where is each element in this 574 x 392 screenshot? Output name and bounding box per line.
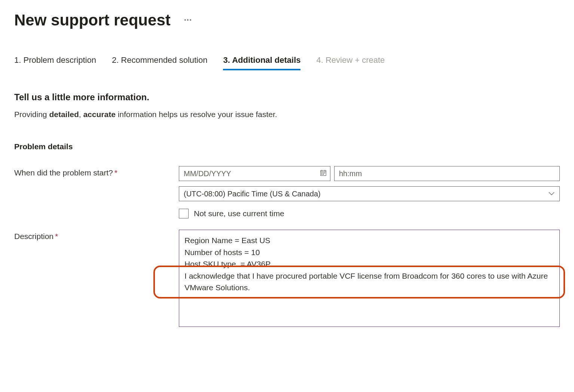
not-sure-label: Not sure, use current time [194,209,284,218]
wizard-tabs: 1. Problem description 2. Recommended so… [14,55,560,70]
tab-additional-details[interactable]: 3. Additional details [223,55,300,70]
timezone-select[interactable]: (UTC-08:00) Pacific Time (US & Canada) [179,186,560,201]
section-subtext: Providing detailed, accurate information… [14,110,560,119]
tab-review-create: 4. Review + create [316,55,385,70]
time-input[interactable] [334,166,560,181]
when-start-controls: (UTC-08:00) Pacific Time (US & Canada) N… [179,166,560,218]
description-label: Description* [14,230,179,241]
description-row: Description* Region Name = East US Numbe… [14,230,560,327]
date-time-row [179,166,560,181]
when-start-row: When did the problem start?* [14,166,560,218]
timezone-select-wrapper: (UTC-08:00) Pacific Time (US & Canada) [179,186,560,201]
subtext-bold2: accurate [83,110,115,119]
subtext-bold1: detailed [49,110,79,119]
not-sure-checkbox-row: Not sure, use current time [179,209,560,218]
when-start-label: When did the problem start?* [14,166,179,177]
subtext-suffix: information helps us resolve your issue … [116,110,277,119]
section-heading: Tell us a little more information. [14,92,560,102]
required-asterisk: * [55,232,58,241]
subtext-prefix: Providing [14,110,49,119]
more-options-icon[interactable]: ··· [181,14,195,27]
timezone-value: (UTC-08:00) Pacific Time (US & Canada) [184,190,321,198]
date-input-wrapper [179,166,330,181]
page-title: New support request [14,11,171,29]
subtext-sep: , [79,110,83,119]
description-controls: Region Name = East US Number of hosts = … [179,230,560,327]
tab-problem-description[interactable]: 1. Problem description [14,55,96,70]
description-textarea-wrapper: Region Name = East US Number of hosts = … [179,230,560,327]
date-input[interactable] [179,166,330,181]
time-input-wrapper [334,166,560,181]
required-asterisk: * [115,168,117,177]
not-sure-checkbox[interactable] [179,209,189,218]
description-textarea[interactable]: Region Name = East US Number of hosts = … [179,230,560,327]
problem-details-heading: Problem details [14,142,560,151]
page-header: New support request ··· [14,11,560,29]
tab-recommended-solution[interactable]: 2. Recommended solution [112,55,208,70]
